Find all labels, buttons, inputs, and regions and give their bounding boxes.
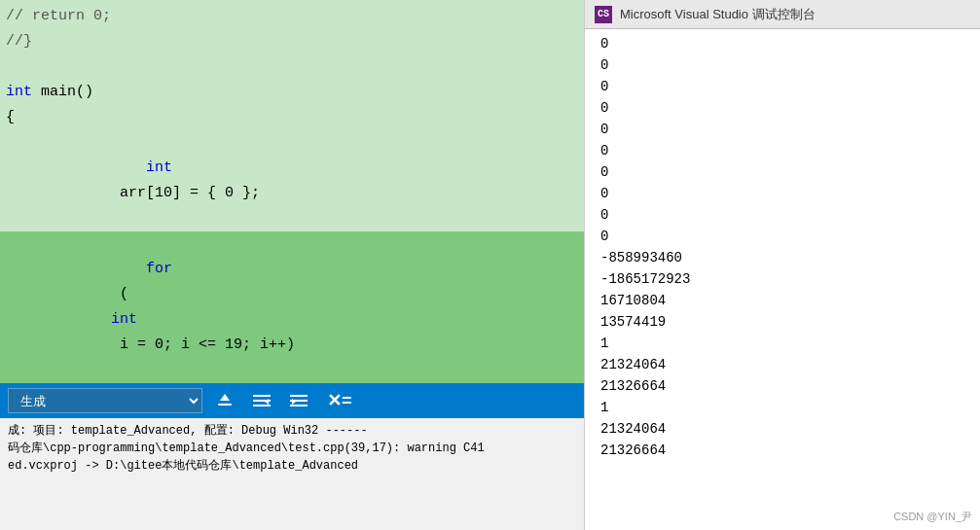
code-line-1: // return 0; [0, 4, 584, 29]
x-icon: ✕ [327, 390, 342, 411]
code-line-main: int main() [0, 80, 584, 105]
output-line-2: 码仓库\cpp-programming\template_Advanced\te… [8, 440, 576, 457]
output-area: 成: 项目: template_Advanced, 配置: Debug Win3… [0, 418, 584, 530]
debug-output-line: 0 [600, 226, 964, 247]
output-line-1: 成: 项目: template_Advanced, 配置: Debug Win3… [8, 422, 576, 440]
equals-icon: = [342, 391, 352, 411]
upload-button[interactable] [210, 390, 239, 411]
code-line-2: //} [0, 29, 584, 54]
debug-output-line: 0 [600, 54, 964, 76]
debug-console-title: Microsoft Visual Studio 调试控制台 [620, 6, 816, 23]
debug-output-line: 13574419 [600, 311, 964, 333]
nav-right-button[interactable] [284, 392, 313, 409]
top-area: // return 0; //} int main() { int arr [0, 0, 980, 530]
code-line-for: for ( int i = 0; i <= 19; i++) [0, 231, 584, 383]
vs-icon: CS [595, 6, 612, 23]
output-line-3: ed.vcxproj -> D:\gitee本地代码仓库\template_Ad… [8, 457, 576, 475]
code-line-blank [0, 54, 584, 80]
toolbar-dropdown[interactable]: 生成 [8, 388, 202, 413]
debug-output-line: 1 [600, 333, 964, 354]
debug-console: CS Microsoft Visual Studio 调试控制台 0000000… [584, 0, 980, 530]
debug-output-line: 21324064 [600, 354, 964, 375]
debug-output-line: 0 [600, 119, 964, 140]
debug-output-line: 1 [600, 397, 964, 418]
debug-output-line: 0 [600, 76, 964, 97]
debug-output-line: 16710804 [600, 290, 964, 311]
line-content: int arr[10] = { 0 }; [6, 130, 260, 231]
bottom-toolbar: 生成 [0, 383, 584, 418]
svg-rect-0 [218, 404, 232, 406]
svg-rect-6 [290, 395, 308, 397]
code-line-brace-open: { [0, 105, 584, 130]
main-container: // return 0; //} int main() { int arr [0, 0, 980, 530]
debug-output-line: 0 [600, 33, 964, 54]
debug-output-line: 0 [600, 161, 964, 183]
line-content: for ( int i = 0; i <= 19; i++) [6, 231, 295, 383]
brace: { [6, 105, 15, 130]
code-line-arr-decl: int arr[10] = { 0 }; [0, 130, 584, 231]
debug-console-body[interactable]: 0000000000-858993460-1865172923167108041… [585, 29, 980, 530]
debug-console-header: CS Microsoft Visual Studio 调试控制台 [585, 0, 980, 29]
debug-output-line: 21326664 [600, 440, 964, 461]
main-text: main() [32, 80, 93, 105]
line-content: //} [6, 29, 32, 54]
debug-output-line: 21324064 [600, 418, 964, 440]
close-x-button[interactable]: ✕= [321, 388, 358, 413]
svg-rect-8 [290, 405, 308, 406]
debug-output-line: 0 [600, 97, 964, 119]
debug-output-line: 0 [600, 140, 964, 161]
svg-rect-4 [253, 405, 271, 406]
svg-marker-9 [292, 399, 296, 405]
svg-marker-5 [265, 399, 269, 405]
debug-output-line: 0 [600, 204, 964, 226]
code-editor: // return 0; //} int main() { int arr [0, 0, 584, 530]
debug-output-line: -858993460 [600, 247, 964, 268]
debug-output-line: 0 [600, 183, 964, 204]
keyword-int: int [6, 80, 32, 105]
svg-marker-1 [220, 394, 230, 401]
svg-rect-2 [253, 395, 271, 397]
debug-output-line: 21326664 [600, 375, 964, 397]
watermark: CSDN @YIN_尹 [893, 510, 972, 524]
code-lines: // return 0; //} int main() { int arr [0, 0, 584, 383]
debug-output-line: -1865172923 [600, 268, 964, 290]
nav-left-button[interactable] [247, 392, 276, 409]
line-content: // return 0; [6, 4, 111, 29]
